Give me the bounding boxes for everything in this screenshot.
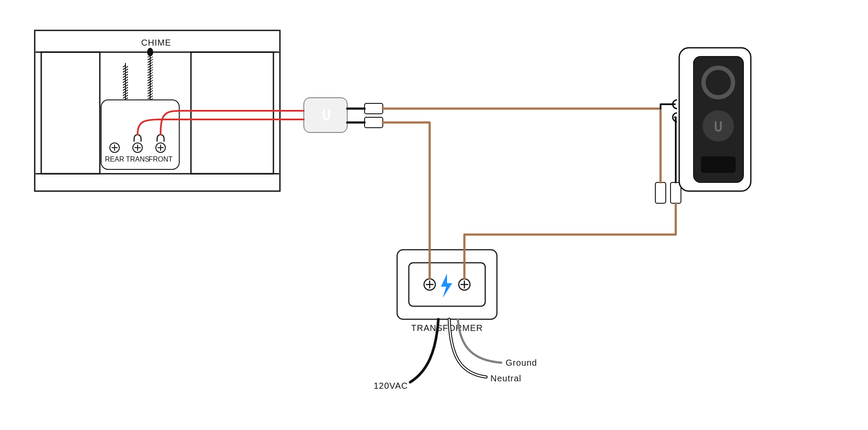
wire-nut xyxy=(365,117,383,128)
power-adapter xyxy=(304,98,347,132)
transformer-ground-label: Ground xyxy=(506,358,537,367)
chime-terminal-trans-label: TRANS xyxy=(126,155,149,163)
svg-point-9 xyxy=(147,48,153,56)
chime-title: CHIME xyxy=(141,38,171,47)
chime-terminal-rear-label: REAR xyxy=(105,155,124,163)
wire-copper-1 xyxy=(383,109,661,182)
chime-terminal-front-label: FRONT xyxy=(148,155,172,163)
transformer-hot-label: 120VAC xyxy=(374,381,408,390)
wiring-diagram: CHIME REAR TRANS FRONT xyxy=(0,0,868,430)
wire-nut xyxy=(655,182,666,203)
wire-black-doorbell-2 xyxy=(675,117,676,182)
svg-rect-36 xyxy=(701,156,736,173)
transformer-unit: TRANSFORMER xyxy=(397,250,497,333)
transformer-title: TRANSFORMER xyxy=(411,323,483,333)
doorbell-unit xyxy=(673,48,751,191)
chime-spring-left xyxy=(123,63,128,102)
wire-nut xyxy=(365,103,383,114)
svg-point-35 xyxy=(703,110,734,142)
svg-rect-23 xyxy=(304,98,347,132)
transformer-neutral-label: Neutral xyxy=(490,374,521,383)
